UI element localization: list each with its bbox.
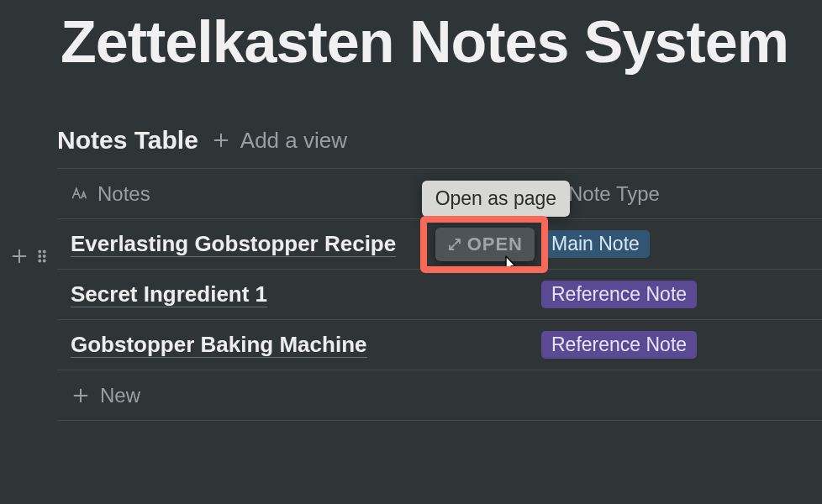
text-property-icon — [71, 185, 89, 203]
column-header-type[interactable]: Note Type — [528, 169, 822, 219]
note-type-tag[interactable]: Reference Note — [541, 331, 697, 359]
note-type-tag[interactable]: Reference Note — [541, 281, 697, 308]
expand-icon — [447, 237, 462, 252]
svg-point-2 — [43, 249, 46, 253]
svg-point-4 — [43, 255, 46, 258]
note-type-tag[interactable]: Main Note — [541, 230, 650, 258]
svg-point-3 — [38, 255, 41, 258]
add-view-label: Add a view — [240, 128, 347, 154]
svg-point-1 — [38, 249, 41, 253]
column-header-type-label: Note Type — [568, 182, 660, 206]
table-header-row: Notes Table Add a view — [57, 126, 822, 168]
drag-handle-icon[interactable] — [35, 247, 49, 265]
notes-table: Notes Note Type — [57, 168, 822, 421]
row-gutter — [10, 231, 49, 281]
plus-icon — [71, 386, 90, 405]
page-title: Zettelkasten Notes System — [0, 0, 822, 76]
open-as-page-tooltip: Open as page — [422, 181, 571, 217]
add-view-button[interactable]: Add a view — [210, 128, 347, 154]
plus-icon — [210, 129, 232, 151]
new-row-label: New — [100, 384, 140, 407]
notes-table-block: Notes Table Add a view Notes — [57, 126, 822, 421]
table-row[interactable]: Secret Ingredient 1 Reference Note — [57, 270, 822, 320]
note-title-link[interactable]: Secret Ingredient 1 — [71, 282, 267, 308]
add-row-button[interactable] — [10, 247, 29, 265]
column-header-notes-label: Notes — [97, 182, 150, 206]
table-row[interactable]: Everlasting Gobstopper Recipe Open as pa… — [57, 219, 822, 270]
table-row[interactable]: Gobstopper Baking Machine Reference Note — [57, 320, 822, 370]
note-title-link[interactable]: Everlasting Gobstopper Recipe — [71, 232, 396, 258]
note-title-link[interactable]: Gobstopper Baking Machine — [71, 333, 367, 359]
svg-point-5 — [38, 259, 41, 262]
open-page-button[interactable]: OPEN — [435, 228, 535, 261]
open-button-label: OPEN — [467, 234, 523, 255]
svg-point-6 — [43, 259, 46, 262]
table-title: Notes Table — [57, 126, 198, 155]
new-row-button[interactable]: New — [57, 370, 822, 421]
